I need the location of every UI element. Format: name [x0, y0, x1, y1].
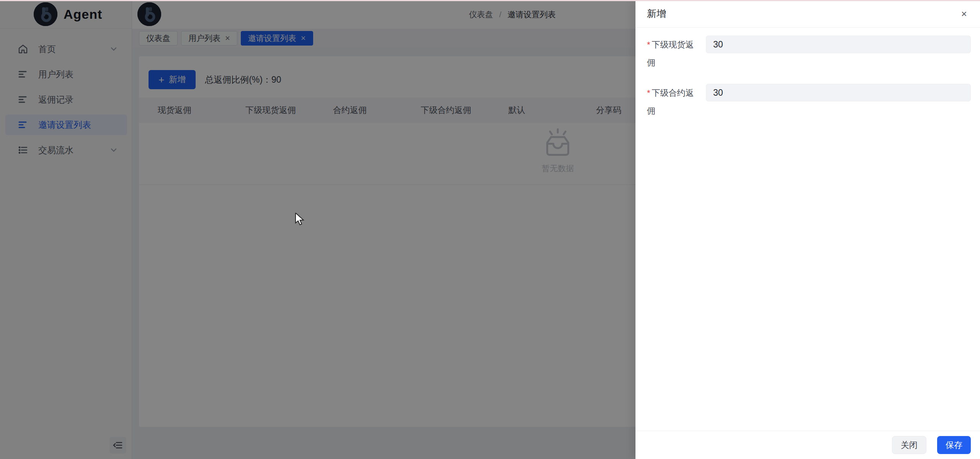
- drawer-title: 新增: [647, 7, 666, 20]
- mouse-cursor: [295, 213, 306, 227]
- drawer-footer: 关闭 保存: [635, 431, 980, 459]
- save-button[interactable]: 保存: [937, 436, 971, 454]
- field-label: *下级合约返佣: [647, 84, 697, 120]
- drawer-header: 新增 ×: [635, 0, 980, 28]
- close-button[interactable]: 关闭: [892, 436, 926, 454]
- sub-contract-rebate-input[interactable]: [706, 84, 971, 101]
- window-top-edge: [0, 0, 980, 1]
- field-label: *下级现货返佣: [647, 36, 697, 72]
- sub-spot-rebate-input[interactable]: [706, 36, 971, 53]
- required-asterisk: *: [647, 40, 650, 49]
- field-sub-spot-rebate: *下级现货返佣: [647, 36, 971, 84]
- required-asterisk: *: [647, 88, 650, 98]
- drawer-form: *下级现货返佣 *下级合约返佣: [635, 28, 980, 132]
- add-drawer: 新增 × *下级现货返佣 *下级合约返佣 关闭 保存: [635, 0, 980, 459]
- drawer-mask-overlay[interactable]: [0, 0, 635, 459]
- field-sub-contract-rebate: *下级合约返佣: [647, 84, 971, 132]
- close-icon[interactable]: ×: [960, 7, 969, 20]
